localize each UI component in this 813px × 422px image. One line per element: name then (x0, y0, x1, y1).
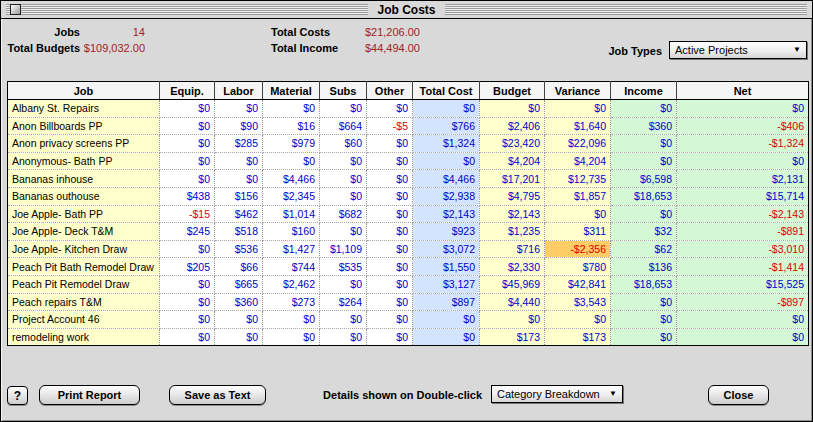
job-name-cell: Bananas outhouse (8, 187, 160, 205)
value-cell: $62 (611, 240, 677, 258)
value-cell: $4,466 (413, 170, 480, 188)
value-cell: $0 (480, 100, 545, 118)
value-cell: $0 (160, 311, 215, 329)
table-row[interactable]: Anon Billboards PP$0$90$16$664-$5$766$2,… (8, 117, 809, 135)
value-cell: $12,735 (545, 170, 611, 188)
value-cell: $156 (215, 187, 263, 205)
table-row[interactable]: Anonymous- Bath PP$0$0$0$0$0$0$4,204$4,2… (8, 152, 809, 170)
value-cell: $66 (215, 258, 263, 276)
table-row[interactable]: Anon privacy screens PP$0$285$979$60$0$1… (8, 135, 809, 153)
print-report-button[interactable]: Print Report (39, 385, 140, 405)
value-cell: $1,014 (263, 205, 320, 223)
chevron-down-icon: ▼ (787, 46, 801, 54)
close-box-icon[interactable] (10, 4, 21, 15)
value-cell: $0 (320, 311, 367, 329)
value-cell: $0 (480, 311, 545, 329)
table-row[interactable]: Project Account 46$0$0$0$0$0$0$0$0$0$0 (8, 311, 809, 329)
details-label: Details shown on Double-click (323, 389, 482, 401)
jobs-value: 14 (133, 26, 145, 38)
job-name-cell: Peach Pit Remodel Draw (8, 275, 160, 293)
value-cell: $766 (413, 117, 480, 135)
value-cell: $923 (413, 223, 480, 241)
value-cell: $0 (367, 275, 413, 293)
value-cell: $360 (215, 293, 263, 311)
column-header-total-cost: Total Cost (413, 82, 480, 100)
value-cell: $0 (160, 135, 215, 153)
total-budgets-value: $109,032.00 (84, 42, 145, 54)
value-cell: $0 (160, 117, 215, 135)
value-cell: $0 (611, 152, 677, 170)
value-cell: $682 (320, 205, 367, 223)
value-cell: $3,127 (413, 275, 480, 293)
column-header-net: Net (677, 82, 809, 100)
value-cell: $17,201 (480, 170, 545, 188)
table-row[interactable]: Bananas outhouse$438$156$2,345$0$0$2,938… (8, 187, 809, 205)
value-cell: $716 (480, 240, 545, 258)
value-cell: $0 (263, 328, 320, 346)
value-cell: $4,204 (480, 152, 545, 170)
value-cell: $3,072 (413, 240, 480, 258)
value-cell: $0 (320, 152, 367, 170)
value-cell: $205 (160, 258, 215, 276)
value-cell: $979 (263, 135, 320, 153)
value-cell: $0 (367, 293, 413, 311)
table-row[interactable]: Peach Pit Bath Remodel Draw$205$66$744$5… (8, 258, 809, 276)
value-cell: $438 (160, 187, 215, 205)
job-name-cell: Anon Billboards PP (8, 117, 160, 135)
value-cell: $2,330 (480, 258, 545, 276)
window-title: Job Costs (368, 3, 444, 17)
table-row[interactable]: Peach Pit Remodel Draw$0$665$2,462$0$0$3… (8, 275, 809, 293)
value-cell: $0 (215, 100, 263, 118)
value-cell: $0 (367, 205, 413, 223)
value-cell: -$2,143 (677, 205, 809, 223)
table-row[interactable]: Bananas inhouse$0$0$4,466$0$0$4,466$17,2… (8, 170, 809, 188)
job-name-cell: Albany St. Repairs (8, 100, 160, 118)
value-cell: $136 (611, 258, 677, 276)
value-cell: $664 (320, 117, 367, 135)
job-name-cell: Joe Apple- Bath PP (8, 205, 160, 223)
job-name-cell: Joe Apple- Deck T&M (8, 223, 160, 241)
details-select[interactable]: Category Breakdown ▼ (491, 385, 623, 403)
column-header-other: Other (367, 82, 413, 100)
value-cell: $897 (413, 293, 480, 311)
job-name-cell: Bananas inhouse (8, 170, 160, 188)
value-cell: $1,427 (263, 240, 320, 258)
value-cell: -$5 (367, 117, 413, 135)
value-cell: $90 (215, 117, 263, 135)
value-cell: $1,640 (545, 117, 611, 135)
value-cell: $23,420 (480, 135, 545, 153)
value-cell: -$1,324 (677, 135, 809, 153)
value-cell: $360 (611, 117, 677, 135)
value-cell: $0 (611, 205, 677, 223)
value-cell: $2,143 (480, 205, 545, 223)
value-cell: $0 (677, 328, 809, 346)
value-cell: $0 (215, 152, 263, 170)
table-row[interactable]: Joe Apple- Bath PP-$15$462$1,014$682$0$2… (8, 205, 809, 223)
job-costs-window: Job Costs Jobs 14 Total Budgets $109,032… (0, 0, 813, 422)
help-button[interactable]: ? (7, 386, 28, 405)
save-as-text-button[interactable]: Save as Text (169, 385, 266, 405)
value-cell: -$3,010 (677, 240, 809, 258)
value-cell: $2,406 (480, 117, 545, 135)
job-types-select[interactable]: Active Projects ▼ (669, 41, 807, 59)
table-row[interactable]: Albany St. Repairs$0$0$0$0$0$0$0$0$0$0 (8, 100, 809, 118)
value-cell: -$2,356 (545, 240, 611, 258)
close-button[interactable]: Close (708, 385, 769, 405)
value-cell: $173 (545, 328, 611, 346)
table-row[interactable]: remodeling work$0$0$0$0$0$0$173$173$0$0 (8, 328, 809, 346)
header-row: JobEquip.LaborMaterialSubsOtherTotal Cos… (8, 82, 809, 100)
value-cell: $0 (160, 275, 215, 293)
value-cell: $18,653 (611, 275, 677, 293)
column-header-income: Income (611, 82, 677, 100)
value-cell: $0 (160, 100, 215, 118)
column-header-variance: Variance (545, 82, 611, 100)
value-cell: $32 (611, 223, 677, 241)
table-row[interactable]: Joe Apple- Kitchen Draw$0$536$1,427$1,10… (8, 240, 809, 258)
value-cell: $0 (263, 311, 320, 329)
title-bar[interactable]: Job Costs (1, 1, 812, 19)
table-row[interactable]: Peach repairs T&M$0$360$273$264$0$897$4,… (8, 293, 809, 311)
table-row[interactable]: Joe Apple- Deck T&M$245$518$160$0$0$923$… (8, 223, 809, 241)
value-cell: $4,440 (480, 293, 545, 311)
value-cell: $264 (320, 293, 367, 311)
job-types-label: Job Types (608, 45, 662, 57)
